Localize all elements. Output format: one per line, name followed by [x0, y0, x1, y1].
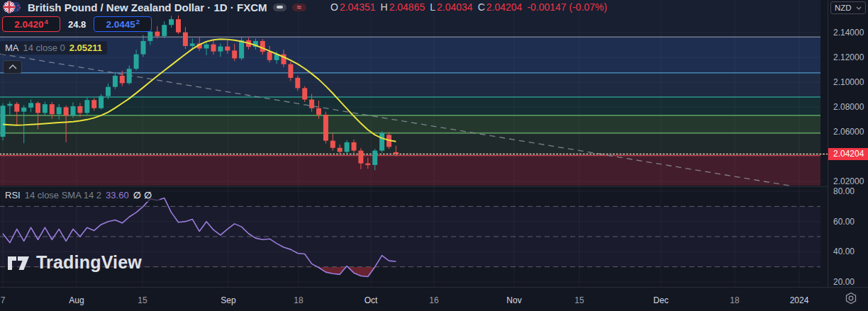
- watermark-text: TradingView: [36, 252, 142, 273]
- ohlc-readout: O2.04351 H2.04865 L2.04034 C2.04204 -0.0…: [330, 1, 607, 13]
- price-axis[interactable]: NZD 2.04204 2.140002.120002.100002.08000…: [828, 0, 868, 311]
- collapse-pane-button[interactable]: [3, 60, 22, 74]
- price-axis-label: 80.00: [833, 186, 855, 196]
- rsi-value: 33.60: [106, 190, 129, 200]
- spread-value: 24.8: [68, 19, 86, 30]
- time-axis-label: 16: [429, 295, 438, 305]
- time-axis-label: 2024: [790, 295, 809, 305]
- price-axis-label: 40.00: [833, 247, 855, 256]
- price-axis-label: 2.12000: [833, 52, 864, 62]
- time-axis-label: 18: [294, 295, 303, 305]
- symbol-title[interactable]: British Pound / New Zealand Dollar · 1D …: [28, 1, 267, 13]
- rsi-params: 14 close SMA 14 2: [25, 190, 101, 200]
- price-axis-label: 2.08000: [833, 102, 864, 112]
- symbol-legend: British Pound / New Zealand Dollar · 1D …: [3, 1, 306, 13]
- buy-button[interactable]: 2.04452: [94, 16, 152, 32]
- time-axis-label: 15: [138, 295, 147, 305]
- open-label: O: [330, 1, 338, 13]
- price-axis-label: 2.10000: [833, 77, 864, 87]
- pane-separator[interactable]: [0, 186, 868, 187]
- close-label: C: [478, 1, 485, 13]
- trade-widget: 2.04204 24.8 2.04452: [2, 16, 152, 32]
- price-axis-label: 20.00: [833, 277, 855, 287]
- last-price-label: 2.04204: [828, 148, 868, 160]
- rsi-name: RSI: [5, 190, 21, 200]
- rsi-empty-marker: ∅∅: [133, 190, 155, 200]
- tradingview-chart-window: British Pound / New Zealand Dollar · 1D …: [0, 0, 868, 311]
- high-label: H: [381, 1, 388, 13]
- sell-button[interactable]: 2.04204: [2, 16, 60, 32]
- tradingview-logo-icon: [7, 254, 30, 272]
- change-value: -0.00147 (-0.07%): [527, 1, 607, 13]
- timezone-settings-icon[interactable]: [845, 292, 857, 305]
- ma-legend[interactable]: MA 14 close 0 2.05211: [0, 41, 107, 55]
- currency-label: NZD: [835, 4, 852, 12]
- price-axis-label: 2.14000: [833, 28, 864, 38]
- legend-dash-toggle-icon[interactable]: [273, 4, 286, 11]
- low-value: 2.04034: [437, 1, 473, 13]
- currency-selector[interactable]: NZD: [830, 1, 866, 14]
- price-axis-label: 60.00: [833, 217, 855, 227]
- time-axis-label: 7: [1, 295, 6, 305]
- gbp-nzd-flags-icon: [3, 1, 22, 13]
- time-axis-label: 18: [730, 295, 739, 305]
- open-value: 2.04351: [340, 1, 376, 13]
- time-axis[interactable]: 7Aug15Sep18Oct16Nov15Dec182024: [0, 287, 868, 311]
- low-label: L: [430, 1, 435, 13]
- rsi-legend[interactable]: RSI 14 close SMA 14 2 33.60 ∅∅: [0, 188, 160, 202]
- time-axis-label: Oct: [365, 295, 378, 305]
- chevron-up-icon: [9, 64, 17, 69]
- high-value: 2.04865: [389, 1, 425, 13]
- time-axis-label: Sep: [221, 295, 235, 305]
- chevron-down-icon: [856, 6, 862, 10]
- price-axis-label: 2.06000: [833, 127, 864, 137]
- time-axis-label: Nov: [506, 295, 521, 305]
- ma-name: MA: [5, 43, 19, 53]
- time-axis-label: Aug: [69, 295, 84, 305]
- time-axis-label: 15: [574, 295, 584, 305]
- legend-wave-toggle-icon[interactable]: ≈: [292, 4, 306, 11]
- time-axis-label: Dec: [653, 295, 668, 305]
- close-value: 2.04204: [486, 1, 523, 13]
- tradingview-watermark: TradingView: [7, 252, 142, 273]
- ma-params: 14 close 0: [23, 43, 65, 53]
- ma-value: 2.05211: [69, 43, 102, 53]
- price-axis-label: 2.02000: [833, 176, 864, 186]
